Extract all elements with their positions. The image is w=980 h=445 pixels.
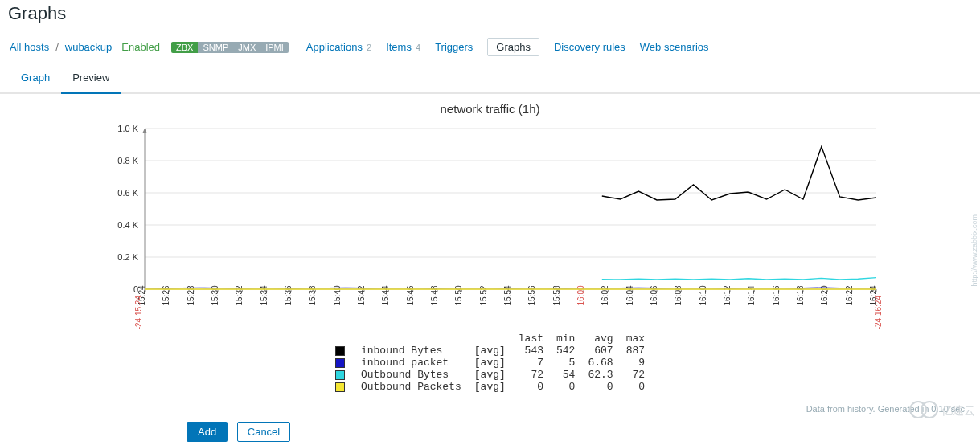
breadcrumb-host[interactable]: wubackup bbox=[65, 41, 113, 53]
svg-text:1.0 K: 1.0 K bbox=[117, 124, 138, 133]
host-subnav: Applications 2Items 4TriggersGraphsDisco… bbox=[306, 38, 709, 56]
footer-note: Data from history. Generated in 0.10 sec… bbox=[0, 404, 980, 418]
svg-text:0.4 K: 0.4 K bbox=[117, 220, 138, 230]
legend-row: Outbound Bytes[avg]725462.372 bbox=[329, 369, 651, 381]
chart-preview: network traffic (1h) 00.2 K0.4 K0.6 K0.8… bbox=[0, 94, 980, 404]
chart-title: network traffic (1h) bbox=[16, 102, 964, 116]
interface-tag-jmx: JMX bbox=[233, 42, 260, 53]
legend-row: inbound Bytes[avg]543542607887 bbox=[329, 345, 651, 357]
chart-svg: 00.2 K0.4 K0.6 K0.8 K1.0 K15:2415:2615:2… bbox=[96, 120, 884, 329]
svg-marker-14 bbox=[142, 129, 147, 133]
form-tabs: Graph Preview bbox=[0, 63, 980, 94]
legend-table: lastminavgmaxinbound Bytes[avg]543542607… bbox=[329, 333, 651, 393]
watermark-icon bbox=[909, 401, 938, 421]
watermark: 亿速云 bbox=[909, 401, 975, 421]
watermark-text: 亿速云 bbox=[941, 404, 975, 418]
interface-tag-zbx: ZBX bbox=[171, 42, 198, 53]
svg-text:05-24 16:24: 05-24 16:24 bbox=[874, 296, 883, 329]
nav-items[interactable]: Items 4 bbox=[386, 41, 420, 53]
svg-text:05-24 15:24: 05-24 15:24 bbox=[134, 296, 143, 329]
nav-applications[interactable]: Applications 2 bbox=[306, 41, 371, 53]
nav-triggers[interactable]: Triggers bbox=[435, 41, 473, 53]
nav-discovery-rules[interactable]: Discovery rules bbox=[554, 41, 625, 53]
form-actions: Add Cancel bbox=[0, 418, 980, 445]
cancel-button[interactable]: Cancel bbox=[237, 422, 290, 442]
host-header: All hosts / wubackup Enabled ZBXSNMPJMXI… bbox=[0, 31, 980, 63]
nav-graphs[interactable]: Graphs bbox=[487, 38, 539, 56]
interface-tag-snmp: SNMP bbox=[198, 42, 233, 53]
svg-text:0.6 K: 0.6 K bbox=[117, 188, 138, 198]
tab-preview[interactable]: Preview bbox=[61, 63, 121, 94]
legend-row: inbound packet[avg]756.689 bbox=[329, 357, 651, 369]
svg-text:0.2 K: 0.2 K bbox=[117, 252, 138, 262]
breadcrumb-sep: / bbox=[55, 41, 59, 53]
add-button[interactable]: Add bbox=[187, 422, 228, 442]
svg-text:0.8 K: 0.8 K bbox=[117, 156, 138, 165]
source-url: http://www.zabbix.com bbox=[970, 214, 978, 287]
breadcrumb-all-hosts[interactable]: All hosts bbox=[10, 41, 49, 53]
page-title: Graphs bbox=[0, 0, 980, 31]
tab-graph[interactable]: Graph bbox=[10, 63, 61, 94]
legend-row: Outbound Packets[avg]0000 bbox=[329, 381, 651, 393]
interface-tags: ZBXSNMPJMXIPMI bbox=[171, 42, 289, 53]
nav-web-scenarios[interactable]: Web scenarios bbox=[640, 41, 709, 53]
status-enabled: Enabled bbox=[121, 41, 160, 53]
interface-tag-ipmi: IPMI bbox=[260, 42, 289, 53]
